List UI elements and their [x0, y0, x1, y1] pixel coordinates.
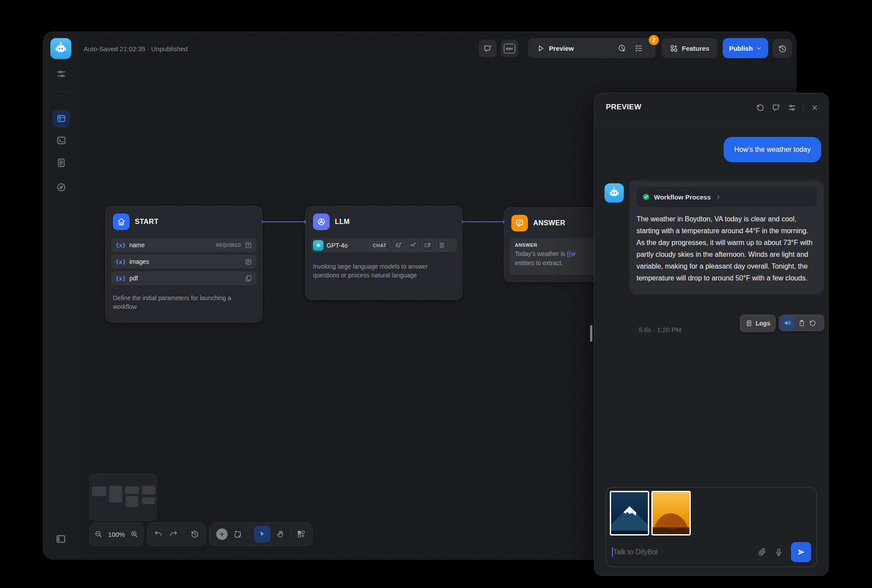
zoom-in-button[interactable]	[130, 530, 139, 539]
chevron-down-icon	[756, 45, 762, 52]
message-meta: 5.6s · 1:20 PM	[639, 326, 682, 333]
llm-brain-icon	[313, 214, 330, 230]
node-llm-header: LLM	[313, 214, 350, 230]
sidebar-item-api-terminal-icon[interactable]	[56, 135, 67, 146]
collapse-panel-icon[interactable]	[55, 533, 66, 544]
features-icon	[670, 44, 678, 52]
close-icon[interactable]	[811, 104, 819, 112]
field-name: pdf	[129, 275, 137, 282]
sidebar-divider	[53, 91, 70, 92]
zoom-level[interactable]: 100%	[108, 531, 125, 538]
workflow-process-label: Workflow Process	[654, 193, 711, 201]
change-history-button[interactable]	[190, 530, 199, 539]
env-variables-button[interactable]: ENV	[501, 40, 518, 57]
version-history-button[interactable]	[773, 39, 792, 58]
checklist-count-badge: 2	[649, 35, 659, 45]
add-node-button[interactable]	[216, 528, 228, 540]
logs-button[interactable]: Logs	[740, 315, 776, 332]
start-field-images[interactable]: {x} images	[111, 255, 257, 269]
attached-image-mountain-night[interactable]	[610, 491, 649, 536]
files-icon	[245, 275, 252, 282]
user-message-bubble: How's the weather today	[724, 137, 821, 162]
toolbar-divider	[184, 530, 184, 539]
chat-input-row	[606, 538, 816, 567]
organize-blocks-button[interactable]	[297, 530, 306, 539]
toolbar-divider	[291, 530, 291, 539]
settings-sliders-icon[interactable]	[56, 69, 67, 79]
node-title: LLM	[335, 218, 350, 226]
bot-avatar	[605, 183, 624, 203]
text-input-type-icon	[245, 242, 252, 249]
pointer-mode-button[interactable]	[254, 526, 271, 542]
form-list-icon	[245, 258, 252, 266]
annotation-icon[interactable]	[772, 103, 781, 112]
preview-settings-icon[interactable]	[788, 103, 796, 112]
screen: START {x} name REQUIRED {x} images {x} p…	[0, 0, 872, 588]
workflow-process-row[interactable]: Workflow Process	[636, 187, 817, 207]
logs-icon	[745, 320, 752, 327]
field-name: images	[129, 258, 149, 265]
bot-message-card: Workflow Process The weather in Boydton,…	[629, 181, 824, 294]
bot-answer-text: The weather in Boydton, VA today is clea…	[636, 213, 813, 284]
node-llm[interactable]: LLM GPT-4o CHAT Invoking large language …	[306, 206, 462, 300]
video-capability-icon	[422, 240, 433, 251]
add-note-button[interactable]	[233, 530, 242, 539]
audio-capability-icon	[408, 240, 419, 251]
home-icon	[113, 214, 130, 230]
preview-panel: PREVIEW How's the weather today Workflow…	[594, 93, 829, 576]
text-to-speech-button[interactable]	[781, 316, 795, 330]
llm-model-row[interactable]: GPT-4o CHAT	[311, 238, 457, 252]
logs-label: Logs	[756, 320, 770, 327]
node-description: Invoking large language models to answer…	[313, 262, 454, 280]
panel-resize-handle[interactable]	[590, 325, 592, 342]
start-field-name[interactable]: {x} name REQUIRED	[111, 238, 257, 252]
copy-button[interactable]	[798, 319, 805, 327]
publish-label: Publish	[729, 45, 752, 52]
node-start[interactable]: START {x} name REQUIRED {x} images {x} p…	[105, 206, 262, 322]
voice-mic-icon[interactable]	[774, 548, 783, 556]
app-logo-robot-icon[interactable]	[50, 38, 71, 59]
preview-header: PREVIEW	[594, 93, 828, 122]
undo-button[interactable]	[154, 530, 163, 539]
attached-image-mountain-sunset[interactable]	[651, 491, 691, 536]
canvas-minimap[interactable]	[89, 474, 157, 521]
play-icon	[537, 44, 545, 52]
checklist-button[interactable]	[634, 44, 643, 52]
message-actions	[779, 315, 824, 331]
field-name: name	[129, 242, 144, 248]
node-title: START	[135, 218, 158, 226]
sidebar-item-logs-icon[interactable]	[56, 158, 67, 168]
send-button[interactable]	[791, 542, 811, 562]
edge-llm-answer	[461, 221, 506, 222]
redo-button[interactable]	[169, 530, 178, 539]
toolbar-divider	[248, 530, 248, 539]
preview-title: PREVIEW	[606, 103, 641, 112]
openai-icon	[313, 240, 323, 251]
chevron-right-icon	[715, 194, 721, 200]
regenerate-button[interactable]	[809, 319, 816, 327]
env-icon: ENV	[504, 44, 515, 53]
publish-button[interactable]: Publish	[723, 38, 768, 58]
answer-bubble-icon	[511, 215, 528, 231]
autosave-status: Auto-Saved 21:02:35 · Unpublished	[84, 45, 188, 52]
success-check-icon	[642, 193, 650, 201]
run-history-button[interactable]	[618, 44, 626, 52]
start-field-pdf[interactable]: {x} pdf	[111, 271, 257, 285]
sidebar-item-monitoring-compass-icon[interactable]	[56, 182, 67, 192]
node-start-header: START	[113, 214, 158, 230]
var-braces: {x}	[116, 259, 126, 265]
zoom-out-button[interactable]	[94, 530, 103, 539]
edge-start-llm	[261, 221, 306, 222]
attach-paperclip-icon[interactable]	[758, 548, 767, 556]
run-preview-group: Preview 2	[528, 38, 656, 58]
var-braces: {x}	[116, 275, 126, 282]
sidebar-item-orchestrate[interactable]	[53, 110, 70, 127]
hand-mode-button[interactable]	[276, 530, 285, 539]
preview-run-button[interactable]: Preview	[537, 44, 574, 52]
template-variable: {{w	[567, 250, 575, 257]
restart-conversation-icon[interactable]	[756, 103, 765, 112]
annotation-button[interactable]	[479, 40, 496, 57]
features-button[interactable]: Features	[661, 38, 717, 58]
node-answer-header: ANSWER	[511, 215, 566, 231]
chat-input[interactable]	[612, 548, 750, 556]
